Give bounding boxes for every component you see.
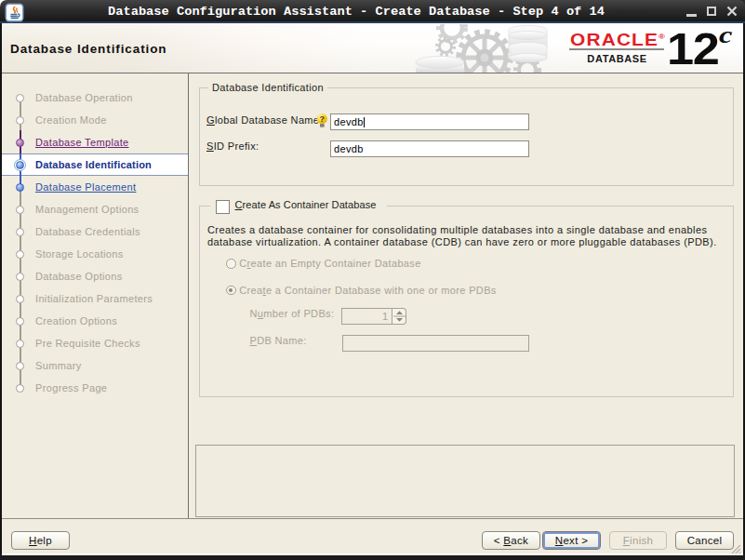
svg-text:?: ? (319, 114, 325, 124)
